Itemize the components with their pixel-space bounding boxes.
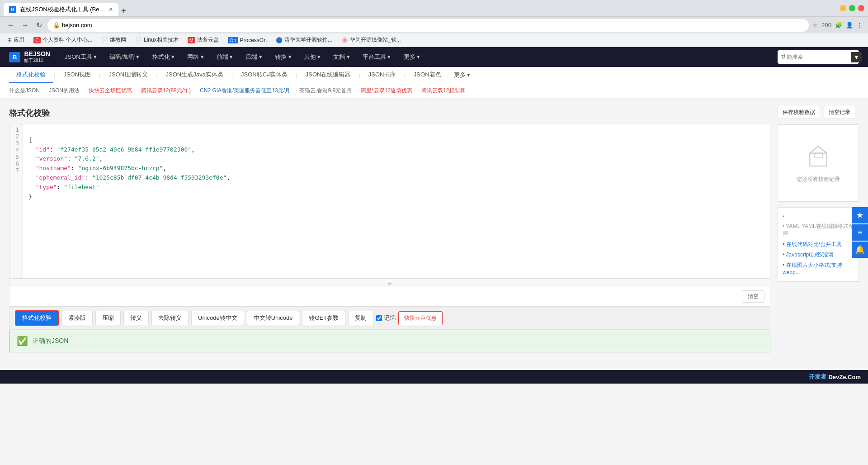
- save-validate-btn[interactable]: 保存校验数据: [778, 106, 820, 119]
- success-bar: ✅ 正确的JSON: [9, 330, 770, 352]
- sidebar-link-yaml[interactable]: • YAML YAML在线编辑格式整理: [783, 221, 854, 239]
- ad-what-json[interactable]: 什么是JSON: [9, 87, 40, 95]
- nav-docs[interactable]: 文档 ▾: [328, 50, 355, 64]
- float-star-btn[interactable]: ★: [852, 207, 868, 223]
- ad-tencent2[interactable]: 腾讯云双12超划算: [421, 87, 465, 95]
- promo-btn[interactable]: 快快云巨优惠: [398, 311, 443, 325]
- main-nav: JSON工具 ▾ 编码/加密 ▾ 格式化 ▾ 网络 ▾ 前端 ▾ 后端 ▾ 转换…: [59, 50, 769, 64]
- to-get-btn[interactable]: 转GET参数: [302, 311, 345, 325]
- site-header: B BEJSON 始于2011 JSON工具 ▾ 编码/加密 ▾ 格式化 ▾ 网…: [0, 47, 868, 67]
- tab-close-btn[interactable]: ×: [109, 5, 113, 14]
- subnav-to-csharp[interactable]: JSON转C#实体类: [234, 67, 295, 83]
- nav-convert[interactable]: 转换 ▾: [269, 50, 297, 64]
- window-controls: [840, 5, 864, 11]
- subnav-format-validate[interactable]: 格式化校验: [9, 67, 53, 83]
- nav-frontend[interactable]: 前端 ▾: [211, 50, 239, 64]
- browser-tabs: B 在线JSON校验格式化工具 (Be… × +: [4, 0, 837, 16]
- ad-ali[interactable]: 阿里*云双12返场优惠: [361, 87, 412, 95]
- cn-to-unicode-btn[interactable]: 中文转Unicode: [247, 311, 300, 325]
- search-box[interactable]: ▼: [778, 50, 859, 64]
- memory-checkbox[interactable]: [376, 315, 382, 321]
- escape-btn[interactable]: 转义: [123, 311, 149, 325]
- svg-rect-2: [814, 153, 822, 158]
- editor-content: 1 2 3 4 5 6 7 { "id": "f274ef35-05a2-40c…: [9, 124, 770, 278]
- search-dropdown[interactable]: ▼: [851, 52, 862, 62]
- address-bar: ← → ↻ 🔒 bejson.com ☆ 200 🧩 👤 ⋮: [0, 16, 868, 33]
- main-content: 格式化校验 1 2 3 4 5 6 7 { "id": "f274ef35-05…: [0, 99, 868, 370]
- sub-nav: 格式化校验 | JSON视图 | JSON压缩转义 | JSON生成Java实体…: [0, 67, 868, 83]
- url-text: bejson.com: [62, 22, 92, 28]
- star-btn[interactable]: ☆: [812, 22, 818, 28]
- float-bell-btn[interactable]: 🔔: [852, 242, 868, 258]
- subnav-compress-escape[interactable]: JSON压缩转义: [101, 67, 155, 83]
- active-tab[interactable]: B 在线JSON校验格式化工具 (Be… ×: [4, 3, 118, 16]
- drag-icon: ≡: [388, 280, 392, 287]
- unicode-to-cn-btn[interactable]: Unicode转中文: [191, 311, 244, 325]
- bookmark-fawu[interactable]: M 法务云盘: [184, 35, 222, 45]
- subnav-json-sort[interactable]: JSON排序: [361, 67, 403, 83]
- subnav-json-view[interactable]: JSON视图: [56, 67, 98, 83]
- maximize-btn[interactable]: [849, 5, 855, 11]
- subnav-json-color[interactable]: JSON着色: [406, 67, 448, 83]
- sidebar-link-diff[interactable]: • 在线代码对比/合并工具: [783, 239, 854, 250]
- subnav-more[interactable]: 更多 ▾: [448, 67, 476, 83]
- extension-btn[interactable]: 🧩: [835, 22, 842, 28]
- empty-history: 您还没有校验记录: [778, 124, 859, 202]
- subnav-online-editor[interactable]: JSON在线编辑器: [298, 67, 358, 83]
- ad-tencent[interactable]: 腾讯云双12(88元/年): [141, 87, 191, 95]
- bookmark-jijiao[interactable]: 📄 继教网: [98, 35, 130, 45]
- bookmark-apps[interactable]: ⊞ 应用: [4, 35, 28, 45]
- nav-more[interactable]: 更多 ▾: [398, 50, 426, 64]
- bookmark-personal[interactable]: C 个人资料-个人中心...: [30, 35, 96, 45]
- menu-btn[interactable]: ⋮: [857, 22, 863, 28]
- sidebar-link-js[interactable]: • Javascript加密/混淆: [783, 250, 854, 260]
- clear-btn-area: 清空: [9, 287, 770, 306]
- nav-json-tools[interactable]: JSON工具 ▾: [59, 50, 102, 64]
- bookmark-linux[interactable]: 📄 Linux相关技术: [132, 35, 182, 45]
- minimize-btn[interactable]: [840, 5, 846, 11]
- editor-panel: 1 2 3 4 5 6 7 { "id": "f274ef35-05a2-40c…: [9, 124, 770, 330]
- float-menu-btn[interactable]: ≡: [852, 224, 868, 241]
- float-buttons: ★ ≡ 🔔: [852, 207, 868, 258]
- search-input[interactable]: [781, 54, 849, 60]
- code-editor[interactable]: { "id": "f274ef35-05a2-40c6-9b84-ff1e977…: [23, 124, 770, 278]
- processon-icon: On: [228, 37, 238, 43]
- nav-encode[interactable]: 编码/加密 ▾: [104, 50, 145, 64]
- sidebar-link-dot: •: [783, 212, 854, 221]
- ad-json-usage[interactable]: JSON的用法: [49, 87, 80, 95]
- huawei-icon: 🌸: [341, 37, 348, 43]
- success-text: 正确的JSON: [33, 337, 68, 345]
- back-btn[interactable]: ←: [5, 19, 16, 31]
- ad-cn2[interactable]: CN2 GIA香港/美国服务器低至13元/月: [200, 87, 290, 95]
- close-btn[interactable]: [858, 5, 864, 11]
- nav-platform[interactable]: 平台工具 ▾: [357, 50, 396, 64]
- new-tab-btn[interactable]: +: [118, 6, 129, 16]
- compress-btn[interactable]: 压缩: [95, 311, 121, 325]
- remove-escape-btn[interactable]: 去除转义: [151, 311, 189, 325]
- subnav-gen-java[interactable]: JSON生成Java实体类: [159, 67, 231, 83]
- url-bar[interactable]: 🔒 bejson.com: [47, 19, 809, 32]
- bookmark-huawei[interactable]: 🌸 华为开源镜像站_软...: [338, 35, 405, 45]
- ad-kuaikuai[interactable]: 快快云全场巨优惠: [89, 87, 132, 95]
- clear-history-btn[interactable]: 清空记录: [824, 106, 855, 119]
- nav-network[interactable]: 网络 ▾: [182, 50, 209, 64]
- ad-chamao[interactable]: 茶猫云,香港9.9元首月: [299, 87, 352, 95]
- drag-handle[interactable]: ≡: [9, 279, 770, 287]
- sidebar-link-img[interactable]: • 在线图片大小格式(支持webp...: [783, 260, 854, 277]
- bookmark-processon[interactable]: On ProcessOn: [224, 36, 270, 45]
- success-icon: ✅: [17, 336, 28, 346]
- site-logo[interactable]: B BEJSON 始于2011: [9, 50, 50, 64]
- ads-bar: 什么是JSON JSON的用法 快快云全场巨优惠 腾讯云双12(88元/年) C…: [0, 83, 868, 99]
- forward-btn[interactable]: →: [20, 19, 31, 31]
- bookmark-tsinghua[interactable]: 🔵 清华大学开源软件...: [272, 35, 336, 45]
- nav-backend[interactable]: 后端 ▾: [240, 50, 268, 64]
- nav-format[interactable]: 格式化 ▾: [147, 50, 180, 64]
- profile-btn[interactable]: 👤: [846, 22, 853, 28]
- clear-editor-btn[interactable]: 清空: [742, 290, 764, 303]
- compact-btn[interactable]: 紧凑版: [61, 311, 93, 325]
- format-validate-btn[interactable]: 格式化校验: [15, 310, 59, 326]
- dev-label: 开发者: [809, 373, 826, 381]
- copy-btn[interactable]: 复制: [348, 311, 373, 325]
- refresh-btn[interactable]: ↻: [34, 19, 44, 31]
- nav-other[interactable]: 其他 ▾: [299, 50, 326, 64]
